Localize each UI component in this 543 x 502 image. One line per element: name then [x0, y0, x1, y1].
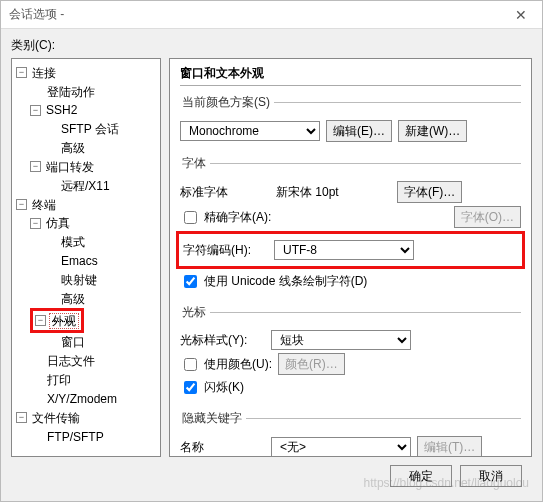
legend-cursor: 光标: [180, 304, 210, 321]
cancel-button[interactable]: 取消: [460, 465, 522, 487]
group-font: 字体 标准字体 新宋体 10pt 字体(F)… 精确字体(A): 字体(O)… …: [180, 155, 521, 296]
use-color-label: 使用颜色(U):: [204, 356, 272, 373]
ok-button[interactable]: 确定: [390, 465, 452, 487]
legend-hide: 隐藏关键字: [180, 410, 246, 427]
expand-icon[interactable]: −: [30, 218, 41, 229]
tree-mapkey[interactable]: 映射键: [59, 273, 99, 287]
tree-connection[interactable]: 连接: [30, 66, 58, 80]
std-font-label: 标准字体: [180, 184, 265, 201]
tree-remote[interactable]: 远程/X11: [59, 179, 112, 193]
window-title: 会话选项 -: [9, 6, 508, 23]
tree-appearance[interactable]: 外观: [49, 313, 79, 329]
category-label: 类别(C):: [11, 37, 532, 54]
settings-panel: 窗口和文本外观 当前颜色方案(S) Monochrome 编辑(E)… 新建(W…: [169, 58, 532, 457]
tree-ftpsftp[interactable]: FTP/SFTP: [45, 430, 106, 444]
legend-font: 字体: [180, 155, 210, 172]
scheme-edit-button[interactable]: 编辑(E)…: [326, 120, 392, 142]
blink-checkbox[interactable]: [184, 381, 197, 394]
dialog-buttons: 确定 取消: [11, 457, 532, 493]
group-hide-keyword: 隐藏关键字 名称 <无> 编辑(T)… 样式: 反转影像(V) 粗体(B): [180, 410, 521, 457]
category-tree[interactable]: −连接 登陆动作 −SSH2 SFTP 会话 高级 −端口转发 远程/X11: [11, 58, 161, 457]
scheme-select[interactable]: Monochrome: [180, 121, 320, 141]
tree-advanced[interactable]: 高级: [59, 141, 87, 155]
tree-xyzmodem[interactable]: X/Y/Zmodem: [45, 392, 119, 406]
tree-logfile[interactable]: 日志文件: [45, 354, 97, 368]
highlight-appearance: −外观: [30, 308, 84, 333]
tree-ssh2[interactable]: SSH2: [44, 103, 79, 117]
hide-edit-button: 编辑(T)…: [417, 436, 482, 457]
encoding-select[interactable]: UTF-8: [274, 240, 414, 260]
use-color-checkbox[interactable]: [184, 358, 197, 371]
highlight-encoding-row: 字符编码(H): UTF-8: [176, 231, 525, 269]
tree-portfwd[interactable]: 端口转发: [44, 160, 96, 174]
expand-icon[interactable]: −: [30, 105, 41, 116]
hide-name-select[interactable]: <无>: [271, 437, 411, 457]
cursor-color-button: 颜色(R)…: [278, 353, 345, 375]
close-icon[interactable]: ✕: [508, 7, 534, 23]
exact-font-label: 精确字体(A):: [204, 209, 271, 226]
expand-icon[interactable]: −: [30, 161, 41, 172]
tree-emacs[interactable]: Emacs: [59, 254, 100, 268]
blink-label: 闪烁(K): [204, 379, 244, 396]
expand-icon[interactable]: −: [16, 199, 27, 210]
tree-print[interactable]: 打印: [45, 373, 73, 387]
titlebar: 会话选项 - ✕: [1, 1, 542, 29]
tree-filetransfer[interactable]: 文件传输: [30, 411, 82, 425]
tree-terminal[interactable]: 终端: [30, 198, 58, 212]
tree-emulation[interactable]: 仿真: [44, 216, 72, 230]
hide-name-label: 名称: [180, 439, 265, 456]
unicode-linedraw-checkbox[interactable]: [184, 275, 197, 288]
dialog-window: 会话选项 - ✕ 类别(C): −连接 登陆动作 −SSH2 SFTP 会话 高…: [0, 0, 543, 502]
group-cursor: 光标 光标样式(Y): 短块 使用颜色(U): 颜色(R)… 闪烁(K): [180, 304, 521, 402]
panel-title: 窗口和文本外观: [180, 65, 521, 86]
tree-window[interactable]: 窗口: [59, 335, 87, 349]
tree-advanced2[interactable]: 高级: [59, 292, 87, 306]
font-button[interactable]: 字体(F)…: [397, 181, 462, 203]
font-button-2: 字体(O)…: [454, 206, 521, 228]
cursor-style-label: 光标样式(Y):: [180, 332, 265, 349]
tree-sftp-session[interactable]: SFTP 会话: [59, 122, 121, 136]
tree-mode[interactable]: 模式: [59, 235, 87, 249]
tree-login[interactable]: 登陆动作: [45, 85, 97, 99]
exact-font-checkbox[interactable]: [184, 211, 197, 224]
expand-icon[interactable]: −: [16, 412, 27, 423]
encoding-label: 字符编码(H):: [183, 242, 268, 259]
cursor-style-select[interactable]: 短块: [271, 330, 411, 350]
legend-scheme: 当前颜色方案(S): [180, 94, 274, 111]
group-color-scheme: 当前颜色方案(S) Monochrome 编辑(E)… 新建(W)…: [180, 94, 521, 147]
unicode-linedraw-label: 使用 Unicode 线条绘制字符(D): [204, 273, 367, 290]
expand-icon[interactable]: −: [16, 67, 27, 78]
std-font-value: 新宋体 10pt: [271, 182, 391, 202]
scheme-new-button[interactable]: 新建(W)…: [398, 120, 467, 142]
expand-icon[interactable]: −: [35, 315, 46, 326]
